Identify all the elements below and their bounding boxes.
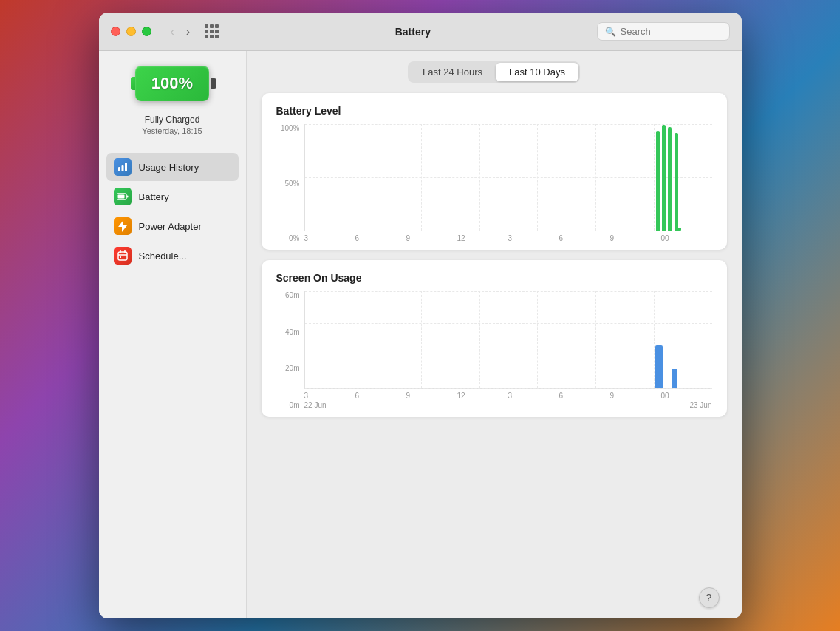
screen-chart: 60m 40m 20m 0m: [276, 291, 712, 409]
y-label-0: 0%: [289, 234, 299, 242]
screen-date-labels: 22 Jun 23 Jun: [304, 401, 712, 409]
sidebar-item-label: Power Adapter: [139, 221, 202, 232]
x-label: 3: [304, 392, 355, 400]
svg-rect-7: [118, 252, 127, 260]
battery-bar-small: [675, 228, 681, 231]
grid-line: [305, 291, 712, 292]
battery-chart-area: [304, 124, 712, 231]
grid-line-v: [363, 124, 363, 231]
battery-indicator: 100%: [135, 66, 209, 101]
grid-line: [305, 388, 712, 389]
battery-status-time: Yesterday, 18:15: [142, 126, 202, 135]
svg-marker-6: [118, 220, 127, 232]
x-label: 12: [457, 234, 508, 242]
sidebar-item-label: Usage History: [139, 162, 199, 173]
y-label-40m: 40m: [285, 328, 299, 336]
battery-nav-icon: [114, 188, 132, 205]
svg-rect-1: [121, 165, 123, 171]
svg-rect-4: [117, 195, 124, 199]
y-label-0m: 0m: [290, 401, 300, 409]
search-input[interactable]: [621, 26, 722, 37]
grid-line-v: [654, 124, 655, 231]
x-label: 9: [406, 234, 457, 242]
y-label-50: 50%: [284, 180, 299, 188]
back-button[interactable]: ‹: [166, 24, 179, 40]
x-label: 12: [457, 392, 508, 400]
screen-x-labels: 3 6 9 12 3 6 9 00: [304, 392, 712, 400]
grid-line-v: [479, 291, 480, 388]
grid-line-v: [421, 124, 422, 231]
x-label: 00: [661, 234, 712, 242]
forward-button[interactable]: ›: [182, 24, 194, 40]
grid-line-v: [537, 291, 538, 388]
main-window: ‹ › Battery 🔍 100% Fully Charged Yesterd…: [99, 13, 742, 618]
y-label-20m: 20m: [285, 364, 299, 372]
svg-rect-2: [125, 163, 127, 171]
grid-line-v: [595, 291, 596, 388]
x-label: 9: [610, 234, 661, 242]
x-label: 6: [355, 234, 406, 242]
grid-line-v: [479, 124, 480, 231]
sidebar-item-schedule[interactable]: Schedule...: [106, 242, 239, 270]
search-icon: 🔍: [605, 27, 616, 37]
grid-line: [305, 177, 712, 178]
sidebar-item-label: Schedule...: [139, 250, 187, 262]
x-label: 3: [304, 234, 355, 242]
help-button[interactable]: ?: [699, 587, 720, 608]
screen-bar: [655, 345, 663, 388]
battery-status-label: Fully Charged: [142, 115, 202, 125]
x-label: 6: [559, 234, 610, 242]
window-title: Battery: [229, 26, 596, 38]
tab-24h[interactable]: Last 24 Hours: [409, 63, 496, 81]
battery-bar: [656, 131, 660, 231]
app-grid-icon[interactable]: [205, 24, 219, 38]
tab-group: Last 24 Hours Last 10 Days: [408, 61, 580, 83]
screen-chart-area: [304, 291, 712, 389]
grid-line: [305, 124, 712, 125]
grid-line-v: [654, 291, 655, 388]
sidebar-item-power-adapter[interactable]: Power Adapter: [106, 212, 239, 240]
screen-usage-card: Screen On Usage 60m 40m 20m 0m: [262, 260, 727, 417]
chart-icon: [114, 158, 132, 176]
content-area: 100% Fully Charged Yesterday, 18:15: [99, 51, 742, 618]
screen-y-axis: 60m 40m 20m 0m: [276, 291, 304, 409]
grid-line-v: [363, 291, 363, 388]
sidebar: 100% Fully Charged Yesterday, 18:15: [99, 51, 247, 618]
tab-bar: Last 24 Hours Last 10 Days: [262, 61, 727, 83]
battery-chart-title: Battery Level: [276, 105, 712, 117]
calendar-icon: [114, 247, 132, 265]
y-label-60m: 60m: [285, 291, 299, 299]
x-label: 9: [406, 392, 457, 400]
screen-chart-title: Screen On Usage: [276, 272, 712, 284]
grid-line-v: [595, 124, 596, 231]
fullscreen-button[interactable]: [142, 27, 151, 36]
screen-bar: [672, 369, 677, 388]
close-button[interactable]: [111, 27, 120, 36]
search-box[interactable]: 🔍: [597, 22, 730, 41]
grid-line-v: [537, 124, 538, 231]
sidebar-item-battery[interactable]: Battery: [106, 183, 239, 211]
minimize-button[interactable]: [126, 27, 136, 36]
grid-line: [305, 231, 712, 231]
x-label: 6: [559, 392, 610, 400]
sidebar-item-usage-history[interactable]: Usage History: [106, 153, 239, 181]
battery-x-labels: 3 6 9 12 3 6 9 00: [304, 234, 712, 242]
main-content: Last 24 Hours Last 10 Days Battery Level…: [247, 51, 742, 618]
battery-level-card: Battery Level 100% 50% 0%: [262, 93, 727, 250]
svg-rect-0: [118, 167, 120, 171]
x-label: 3: [508, 234, 559, 242]
battery-bar: [668, 127, 672, 231]
x-label: 9: [610, 392, 661, 400]
sidebar-item-label: Battery: [139, 191, 169, 202]
tab-10d[interactable]: Last 10 Days: [496, 63, 578, 81]
battery-body: 100%: [135, 66, 209, 101]
nav-buttons: ‹ ›: [166, 24, 195, 40]
battery-chart: 100% 50% 0%: [276, 124, 712, 242]
x-label: 00: [661, 392, 712, 400]
battery-percent: 100%: [151, 74, 193, 93]
x-label: 6: [355, 392, 406, 400]
titlebar: ‹ › Battery 🔍: [99, 13, 742, 51]
grid-line: [305, 323, 712, 324]
date-start: 22 Jun: [304, 401, 508, 409]
x-label: 3: [508, 392, 559, 400]
